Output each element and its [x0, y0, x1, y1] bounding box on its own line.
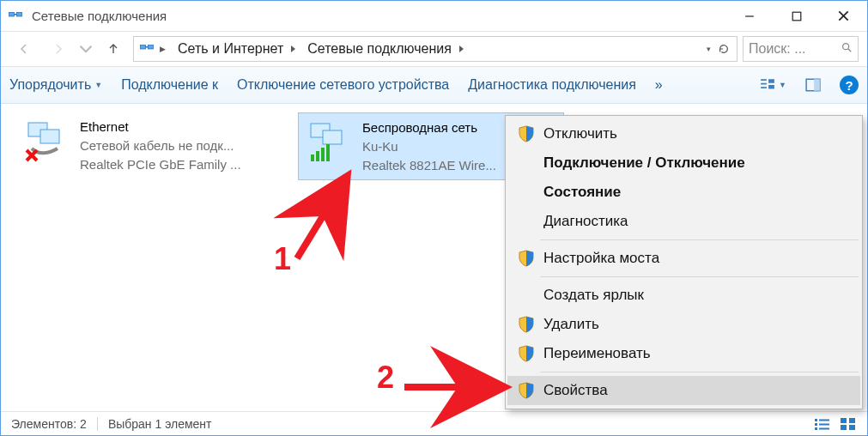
toolbar-connect-to[interactable]: Подключение к	[121, 77, 218, 93]
large-icons-view-button[interactable]	[840, 417, 857, 431]
svg-rect-31	[815, 423, 817, 426]
svg-rect-12	[761, 79, 767, 81]
svg-rect-32	[819, 423, 829, 425]
svg-rect-26	[316, 151, 319, 161]
menu-diagnose[interactable]: Диагностика	[507, 207, 860, 236]
svg-rect-25	[311, 154, 314, 161]
toolbar-preview-pane[interactable]	[805, 77, 821, 93]
forward-button[interactable]	[44, 36, 73, 62]
svg-rect-16	[768, 85, 774, 89]
svg-rect-14	[761, 87, 767, 88]
address-icon	[139, 41, 155, 57]
search-placeholder: Поиск: ...	[749, 41, 837, 57]
menu-delete[interactable]: Удалить	[507, 310, 860, 339]
svg-rect-36	[849, 418, 855, 423]
menu-rename[interactable]: Переименовать	[507, 339, 860, 368]
svg-rect-38	[849, 425, 855, 430]
svg-rect-27	[321, 148, 325, 161]
svg-rect-33	[815, 427, 817, 430]
ethernet-device: Realtek PCIe GbE Family ...	[80, 155, 276, 174]
status-count-value: 2	[80, 417, 87, 431]
breadcrumb-current[interactable]: Сетевые подключения	[300, 41, 464, 57]
root-chevron-icon: ▶	[160, 45, 166, 53]
svg-rect-30	[819, 419, 829, 421]
shield-icon	[518, 125, 535, 142]
svg-rect-4	[792, 12, 801, 21]
menu-bridge[interactable]: Настройка моста	[507, 244, 860, 273]
menu-disable[interactable]: Отключить	[507, 119, 860, 148]
svg-rect-0	[9, 12, 15, 16]
recent-dropdown[interactable]	[78, 36, 94, 62]
svg-line-11	[848, 49, 852, 52]
svg-rect-13	[761, 83, 767, 85]
ethernet-status: Сетевой кабель не подк...	[80, 136, 276, 155]
window-title: Сетевые подключения	[32, 9, 725, 23]
svg-rect-1	[17, 12, 22, 16]
svg-rect-15	[768, 79, 774, 83]
shield-icon	[518, 382, 535, 399]
shield-icon	[518, 316, 535, 333]
svg-rect-7	[141, 45, 146, 50]
search-icon	[841, 41, 853, 57]
svg-rect-34	[819, 427, 829, 429]
minimize-button[interactable]	[725, 1, 773, 31]
navbar: ▶ Сеть и Интернет Сетевые подключения ▾ …	[1, 31, 867, 67]
breadcrumb-parent[interactable]: Сеть и Интернет	[171, 41, 295, 57]
svg-rect-35	[841, 418, 847, 423]
wireless-icon	[306, 118, 354, 167]
menu-separator	[540, 372, 859, 372]
details-view-button[interactable]	[814, 417, 831, 431]
svg-point-10	[843, 44, 849, 50]
toolbar-disable-device[interactable]: Отключение сетевого устройства	[237, 77, 449, 93]
ethernet-icon	[23, 118, 71, 166]
status-selected: Выбран 1 элемент	[108, 417, 212, 431]
status-count-label: Элементов:	[11, 417, 76, 431]
search-box[interactable]: Поиск: ...	[743, 36, 859, 62]
address-dropdown-icon[interactable]: ▾	[707, 45, 711, 53]
svg-rect-29	[815, 419, 817, 421]
toolbar-help[interactable]: ?	[840, 76, 859, 94]
shield-icon	[518, 345, 535, 362]
close-button[interactable]	[820, 1, 867, 31]
maximize-button[interactable]	[773, 1, 820, 31]
menu-separator	[540, 276, 859, 277]
toolbar-overflow[interactable]: »	[655, 77, 663, 93]
refresh-button[interactable]	[716, 43, 731, 55]
svg-rect-28	[326, 144, 330, 161]
context-menu: Отключить Подключение / Отключение Состо…	[505, 115, 863, 409]
address-bar[interactable]: ▶ Сеть и Интернет Сетевые подключения ▾	[133, 36, 737, 62]
menu-create-shortcut[interactable]: Создать ярлык	[507, 281, 860, 310]
svg-rect-37	[841, 425, 847, 430]
network-item-ethernet[interactable]: Ethernet Сетевой кабель не подк... Realt…	[16, 112, 282, 179]
svg-rect-20	[40, 130, 59, 143]
toolbar-diagnose[interactable]: Диагностика подключения	[468, 77, 636, 93]
menu-properties[interactable]: Свойства	[507, 376, 860, 405]
menu-status[interactable]: Состояние	[507, 178, 860, 207]
titlebar: Сетевые подключения	[1, 1, 867, 31]
svg-rect-8	[149, 45, 154, 50]
svg-rect-24	[323, 130, 342, 144]
menu-connect-disconnect[interactable]: Подключение / Отключение	[507, 148, 860, 178]
shield-icon	[518, 250, 535, 267]
status-bar: Элементов: 2 Выбран 1 элемент	[1, 411, 867, 435]
menu-separator	[540, 239, 859, 240]
toolbar-organize[interactable]: Упорядочить▼	[9, 77, 102, 93]
svg-rect-18	[814, 79, 820, 91]
ethernet-name: Ethernet	[80, 118, 276, 136]
up-button[interactable]	[99, 36, 128, 62]
back-button[interactable]	[9, 36, 39, 62]
app-icon	[8, 9, 23, 24]
toolbar: Упорядочить▼ Подключение к Отключение се…	[1, 67, 867, 104]
toolbar-view-options[interactable]: ▼	[760, 77, 786, 93]
